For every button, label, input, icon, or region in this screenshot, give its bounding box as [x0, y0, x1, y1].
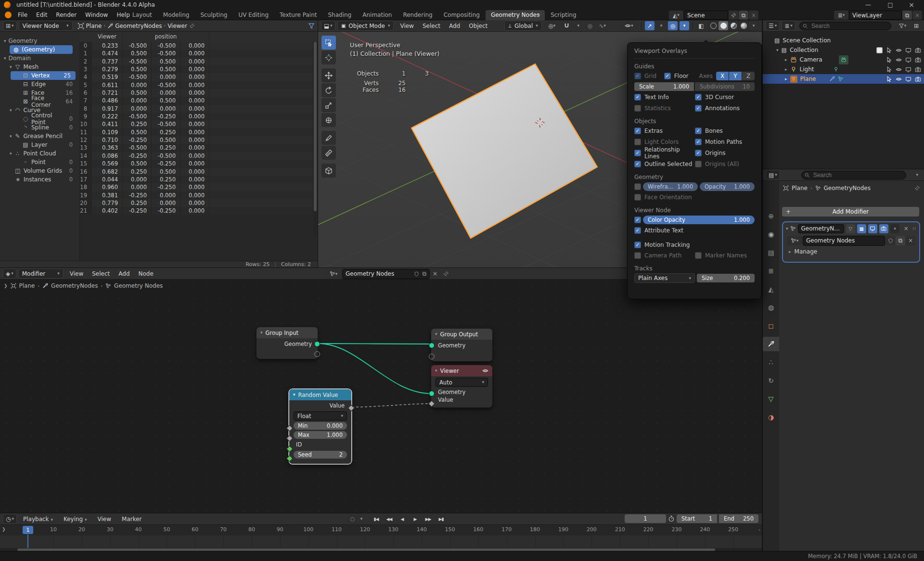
- table-row[interactable]: 210.402-0.250-0.2500.000: [79, 207, 313, 215]
- viewlayer-icon[interactable]: ≣ ▾: [834, 11, 848, 20]
- pivot-dropdown[interactable]: ◎▾: [544, 21, 560, 30]
- table-row[interactable]: 00.233-0.500-0.5000.000: [79, 42, 313, 50]
- menu-file[interactable]: File: [13, 10, 32, 20]
- table-row[interactable]: 30.2790.5000.5000.000: [79, 65, 313, 73]
- node-tree-icon-button[interactable]: ▾: [325, 269, 342, 279]
- render-disable-icon[interactable]: [915, 47, 921, 53]
- origins-checkbox[interactable]: [695, 150, 702, 156]
- viewlayer-delete-button[interactable]: ×: [912, 11, 922, 20]
- filter-icon[interactable]: [308, 23, 315, 29]
- add-workspace-button[interactable]: +: [532, 10, 545, 20]
- breadcrumb-modifier[interactable]: GeometryNodes: [824, 185, 871, 191]
- table-row[interactable]: 60.7210.5000.0000.000: [79, 89, 313, 97]
- attribute-text-checkbox[interactable]: [634, 227, 641, 234]
- properties-tab-world[interactable]: ◍: [763, 300, 779, 315]
- camera-data-icon[interactable]: [839, 55, 848, 64]
- editor-type-button[interactable]: ⊞▾: [3, 21, 17, 31]
- tree-item-face-corner[interactable]: ⊠Face Corner64: [0, 97, 77, 106]
- overlays-dropdown[interactable]: ▾: [680, 21, 689, 30]
- dataset-dropdown[interactable]: Viewer Node▾: [19, 21, 73, 31]
- outliner-row-collection[interactable]: ▾ ▤ Collection: [763, 45, 924, 55]
- output-socket-geometry[interactable]: [314, 341, 320, 347]
- tree-item-point[interactable]: ◦Point0: [0, 158, 77, 166]
- tree-item-spline[interactable]: ◝Spline0: [0, 123, 77, 132]
- drag-handle-icon[interactable]: ⁞⁞: [912, 226, 916, 231]
- geometry-opacity-slider[interactable]: Opacity1.000: [700, 182, 755, 191]
- tab-compositing[interactable]: Compositing: [438, 10, 485, 20]
- column-header-viewer[interactable]: Viewer: [92, 32, 123, 42]
- expand-icon[interactable]: ▸: [785, 77, 787, 81]
- scene-icon[interactable]: ◭ ▾: [669, 11, 683, 20]
- viewport-disable-icon[interactable]: [905, 57, 911, 63]
- column-header-position[interactable]: position: [123, 32, 209, 42]
- cage-display-toggle[interactable]: ▦: [857, 224, 866, 233]
- tab-rendering[interactable]: Rendering: [398, 10, 437, 20]
- outliner-row-plane[interactable]: ▸ ▽ Plane: [763, 74, 924, 84]
- viewport-menu-add[interactable]: Add: [445, 21, 464, 31]
- table-row[interactable]: 70.4860.0000.5000.000: [79, 97, 313, 104]
- overlays-toggle[interactable]: ◎: [668, 21, 678, 30]
- viewport-disable-icon[interactable]: [905, 66, 911, 73]
- blender-menu-icon[interactable]: [5, 12, 12, 18]
- properties-search-input[interactable]: [801, 171, 907, 179]
- menu-window[interactable]: Window: [81, 10, 112, 20]
- extras-checkbox[interactable]: [634, 128, 641, 134]
- properties-tab-particles[interactable]: ∴: [763, 355, 779, 370]
- add-modifier-button[interactable]: + Add Modifier: [782, 207, 919, 217]
- fake-user-shield-button[interactable]: [886, 236, 895, 245]
- playhead-line[interactable]: [27, 535, 28, 548]
- floor-checkbox[interactable]: [664, 73, 671, 79]
- pin-icon[interactable]: [189, 23, 195, 29]
- panel-expand-icon[interactable]: ▾: [786, 227, 788, 231]
- delete-modifier-button[interactable]: ×: [901, 224, 911, 233]
- table-row[interactable]: 180.9600.000-0.2500.000: [79, 183, 313, 191]
- jump-prev-keyframe-button[interactable]: ◀◀: [383, 514, 395, 523]
- menu-render[interactable]: Render: [51, 10, 81, 20]
- breadcrumb-modifier[interactable]: GeometryNodes: [115, 23, 162, 29]
- tree-item-mesh[interactable]: ▾▽Mesh: [0, 63, 77, 71]
- filter-mode-dropdown[interactable]: ≣▾: [782, 21, 796, 31]
- color-opacity-checkbox[interactable]: [634, 217, 641, 223]
- table-row[interactable]: 80.9170.0000.0000.000: [79, 105, 313, 113]
- motion-paths-checkbox[interactable]: [695, 139, 702, 145]
- pin-icon[interactable]: [443, 271, 449, 277]
- expand-icon[interactable]: ▾: [776, 48, 779, 52]
- node-group-name-field[interactable]: Geometry Nodes: [803, 236, 885, 246]
- new-collection-button[interactable]: ⊞: [911, 21, 921, 30]
- menu-marker[interactable]: Marker: [117, 514, 146, 524]
- axis-z-toggle[interactable]: Z: [742, 72, 755, 80]
- table-row[interactable]: 160.6820.2500.5000.000: [79, 168, 313, 176]
- node-menu-view[interactable]: View: [65, 269, 88, 279]
- light-data-icon[interactable]: [833, 66, 839, 72]
- outliner-row-light[interactable]: ▸ Light: [763, 64, 924, 74]
- table-row[interactable]: 200.7790.2500.0000.000: [79, 199, 313, 207]
- render-display-toggle[interactable]: [879, 224, 888, 233]
- shading-rendered-button[interactable]: [739, 21, 748, 30]
- timeline-track[interactable]: [0, 536, 762, 548]
- render-disable-icon[interactable]: [915, 57, 921, 63]
- node-tree-type-dropdown[interactable]: Modifier▾: [18, 268, 64, 279]
- snap-dropdown[interactable]: ▾: [574, 21, 583, 30]
- node-tree-name-field[interactable]: Geometry Nodes ⧉: [342, 269, 430, 279]
- table-row[interactable]: 120.710-0.2500.5000.000: [79, 136, 313, 144]
- camera-path-checkbox[interactable]: [634, 252, 641, 259]
- node-group-output[interactable]: ▾Group Output Geometry: [431, 329, 492, 361]
- breadcrumb-node-tree[interactable]: Geometry Nodes: [114, 282, 163, 289]
- grid-scale-slider[interactable]: Scale1.000: [634, 82, 694, 91]
- orientation-dropdown[interactable]: ⟂Global▾: [504, 21, 541, 31]
- hide-eye-icon[interactable]: [896, 47, 902, 53]
- table-row[interactable]: 170.0440.0000.2500.000: [79, 176, 313, 183]
- viewlayer-name[interactable]: ViewLayer: [849, 11, 902, 20]
- node-viewer[interactable]: ▾Viewer Auto▾ Geometry Value: [431, 365, 492, 408]
- table-row[interactable]: 130.363-0.5000.2500.000: [79, 144, 313, 152]
- grid-checkbox[interactable]: [634, 73, 641, 79]
- properties-tab-view-layer[interactable]: ≣: [763, 264, 779, 278]
- bones-checkbox[interactable]: [695, 128, 702, 134]
- table-row[interactable]: 50.6110.000-0.5000.000: [79, 81, 313, 89]
- xray-toggle[interactable]: ◧: [696, 21, 706, 30]
- virtual-output-socket[interactable]: [314, 351, 320, 357]
- selectable-icon[interactable]: [886, 47, 892, 53]
- expand-arrow[interactable]: ❯: [2, 527, 6, 532]
- node-menu-add[interactable]: Add: [114, 269, 134, 279]
- node-random-value[interactable]: ▾Random Value Value Float▾ Min0.000 Max1…: [289, 389, 351, 464]
